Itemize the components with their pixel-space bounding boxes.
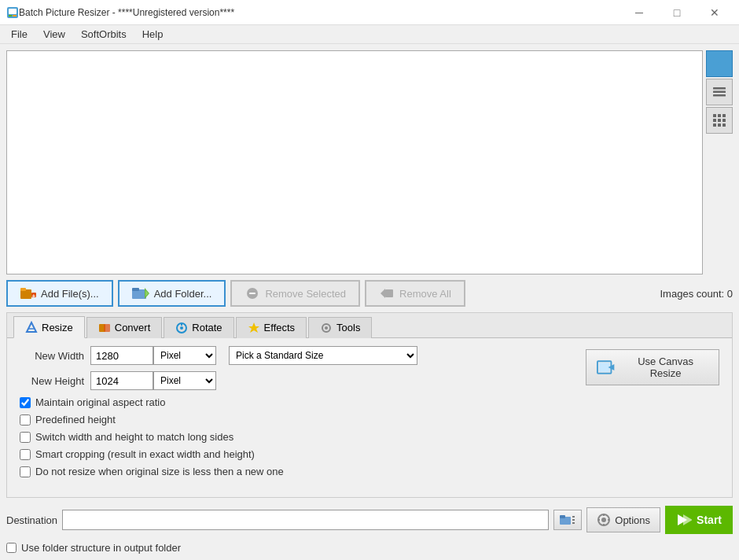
svg-rect-25 xyxy=(132,288,139,291)
svg-rect-2 xyxy=(9,15,12,17)
options-icon xyxy=(597,513,611,527)
remove-all-icon xyxy=(379,286,395,300)
resize-options: New Width Pixel Percent cm inch Pick a S… xyxy=(20,346,719,483)
menu-softorbits[interactable]: SoftOrbits xyxy=(73,26,134,43)
start-label: Start xyxy=(697,514,722,526)
add-files-label: Add File(s)... xyxy=(41,288,99,300)
no-resize-row: Do not resize when original size is less… xyxy=(20,466,573,477)
grid-icon xyxy=(712,113,726,127)
destination-label: Destination xyxy=(6,514,57,526)
predefined-height-row: Predefined height xyxy=(20,414,573,426)
add-files-icon: + xyxy=(20,286,36,300)
start-button[interactable]: Start xyxy=(665,506,733,534)
switch-sides-checkbox[interactable] xyxy=(20,432,31,443)
title-bar: Batch Picture Resizer - ****Unregistered… xyxy=(0,0,739,25)
svg-marker-30 xyxy=(381,289,385,298)
remove-selected-button[interactable]: Remove Selected xyxy=(230,280,360,307)
height-unit-select[interactable]: Pixel Percent cm inch xyxy=(153,371,216,390)
browse-icon xyxy=(560,514,575,526)
menu-file[interactable]: File xyxy=(3,26,35,43)
tab-tools-label: Tools xyxy=(336,322,360,333)
use-folder-label[interactable]: Use folder structure in output folder xyxy=(21,542,181,554)
svg-rect-15 xyxy=(718,119,721,122)
svg-rect-16 xyxy=(722,119,726,122)
menu-view[interactable]: View xyxy=(35,26,73,43)
switch-sides-row: Switch width and height to match long si… xyxy=(20,431,573,443)
use-folder-row: Use folder structure in output folder xyxy=(6,542,181,554)
resize-right-panel: Use Canvas Resize xyxy=(586,346,719,483)
no-resize-label[interactable]: Do not resize when original size is less… xyxy=(35,466,284,477)
footer-row: Use folder structure in output folder xyxy=(6,542,733,554)
tab-effects[interactable]: Effects xyxy=(236,317,307,338)
remove-all-button[interactable]: Remove All xyxy=(365,280,465,307)
maintain-aspect-label[interactable]: Maintain original aspect ratio xyxy=(35,396,165,408)
tab-resize-label: Resize xyxy=(42,322,73,333)
close-button[interactable]: ✕ xyxy=(697,0,733,25)
svg-rect-13 xyxy=(722,114,726,117)
svg-rect-19 xyxy=(722,123,726,127)
view-list-button[interactable] xyxy=(706,79,733,105)
svg-marker-32 xyxy=(27,322,36,332)
main-window: + Add File(s)... Add Folder... Remove Se… xyxy=(0,44,739,560)
file-list-panel xyxy=(6,50,703,274)
height-label: New Height xyxy=(20,375,90,387)
width-unit-select[interactable]: Pixel Percent cm inch xyxy=(153,346,216,365)
title-bar-controls: ─ □ ✕ xyxy=(621,0,733,25)
settings-panel: Resize Convert Rotate xyxy=(6,312,733,498)
predefined-height-checkbox[interactable] xyxy=(20,414,31,426)
svg-rect-9 xyxy=(713,91,726,94)
width-row: New Width Pixel Percent cm inch Pick a S… xyxy=(20,346,573,365)
svg-point-51 xyxy=(601,518,606,522)
maintain-aspect-checkbox[interactable] xyxy=(20,397,31,408)
switch-sides-label[interactable]: Switch width and height to match long si… xyxy=(35,431,233,443)
title-bar-text: Batch Picture Resizer - ****Unregistered… xyxy=(19,7,621,18)
smart-crop-row: Smart cropping (result in exact width an… xyxy=(20,448,573,460)
remove-selected-icon xyxy=(244,286,260,300)
browse-button[interactable] xyxy=(553,510,582,530)
canvas-resize-button[interactable]: Use Canvas Resize xyxy=(586,349,719,385)
standard-size-select[interactable]: Pick a Standard Size xyxy=(229,346,417,365)
add-files-button[interactable]: + Add File(s)... xyxy=(6,280,113,307)
svg-marker-39 xyxy=(248,322,259,333)
remove-all-label: Remove All xyxy=(399,288,451,300)
svg-rect-6 xyxy=(713,64,719,70)
resize-tab-icon xyxy=(25,321,38,333)
app-icon xyxy=(6,6,19,19)
tab-resize[interactable]: Resize xyxy=(13,316,85,338)
view-large-icon-button[interactable] xyxy=(706,50,733,77)
tab-convert-label: Convert xyxy=(115,322,151,333)
canvas-resize-icon xyxy=(596,356,617,378)
width-input[interactable] xyxy=(90,346,153,365)
smart-crop-label[interactable]: Smart cropping (result in exact width an… xyxy=(35,448,255,460)
tools-tab-icon xyxy=(320,322,333,334)
view-controls xyxy=(706,50,733,274)
list-icon xyxy=(712,87,726,98)
no-resize-checkbox[interactable] xyxy=(20,466,31,477)
file-list-area xyxy=(6,50,733,274)
svg-rect-18 xyxy=(718,123,721,127)
menu-help[interactable]: Help xyxy=(134,26,171,43)
action-buttons-row: + Add File(s)... Add Folder... Remove Se… xyxy=(6,279,733,308)
maximize-button[interactable]: □ xyxy=(659,0,695,25)
svg-text:+: + xyxy=(32,293,36,300)
view-grid-button[interactable] xyxy=(706,107,733,134)
tab-convert[interactable]: Convert xyxy=(86,317,163,338)
add-folder-button[interactable]: Add Folder... xyxy=(118,280,226,307)
tab-rotate[interactable]: Rotate xyxy=(164,317,233,338)
use-folder-checkbox[interactable] xyxy=(6,543,17,553)
tab-tools[interactable]: Tools xyxy=(308,317,372,338)
options-label: Options xyxy=(615,514,650,526)
svg-rect-11 xyxy=(713,114,716,117)
height-input[interactable] xyxy=(90,371,153,390)
width-label: New Width xyxy=(20,350,90,362)
start-icon xyxy=(676,513,692,527)
svg-point-37 xyxy=(180,326,183,330)
svg-rect-12 xyxy=(718,114,721,117)
options-button[interactable]: Options xyxy=(586,507,660,532)
predefined-height-label[interactable]: Predefined height xyxy=(35,414,116,426)
destination-input[interactable] xyxy=(62,510,549,530)
effects-tab-icon xyxy=(248,322,260,334)
rotate-tab-icon xyxy=(175,322,188,334)
smart-crop-checkbox[interactable] xyxy=(20,449,31,460)
minimize-button[interactable]: ─ xyxy=(621,0,657,25)
